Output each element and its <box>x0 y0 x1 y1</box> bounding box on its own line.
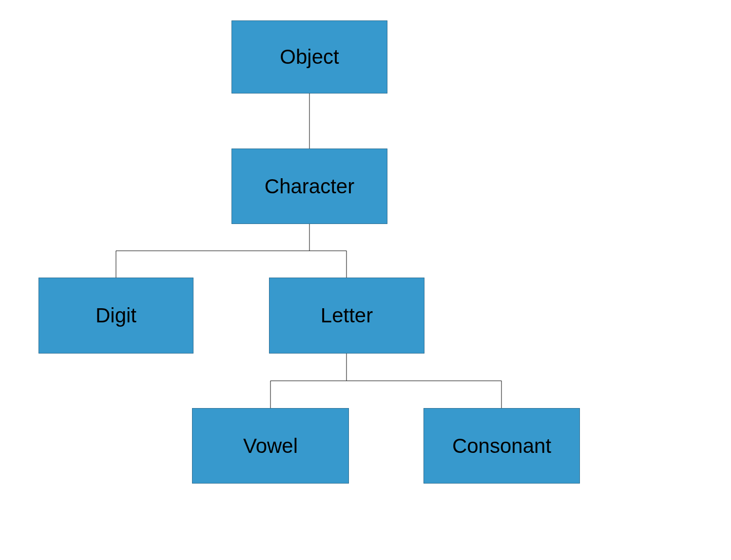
node-digit: Digit <box>38 278 193 354</box>
node-label: Consonant <box>452 434 551 458</box>
node-label: Character <box>265 175 354 198</box>
node-vowel: Vowel <box>192 408 349 484</box>
node-object: Object <box>231 20 387 93</box>
node-label: Object <box>280 45 339 69</box>
node-letter: Letter <box>269 278 424 354</box>
hierarchy-diagram: Object Character Digit Letter Vowel Cons… <box>0 0 731 560</box>
node-character: Character <box>231 149 387 224</box>
node-label: Vowel <box>243 434 298 458</box>
node-consonant: Consonant <box>423 408 580 484</box>
node-label: Letter <box>321 304 373 327</box>
node-label: Digit <box>96 304 136 327</box>
